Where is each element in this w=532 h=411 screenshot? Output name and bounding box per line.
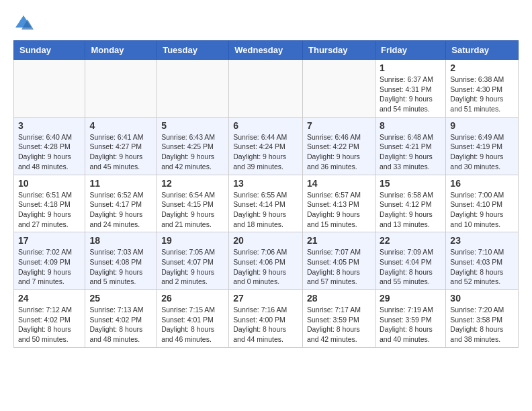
day-number: 15 bbox=[380, 178, 441, 189]
weekday-header-wednesday: Wednesday bbox=[229, 41, 303, 60]
calendar-cell: 17Sunrise: 7:02 AM Sunset: 4:09 PM Dayli… bbox=[14, 232, 85, 290]
day-number: 25 bbox=[89, 293, 152, 304]
day-info: Sunrise: 7:20 AM Sunset: 3:58 PM Dayligh… bbox=[450, 305, 514, 345]
day-number: 9 bbox=[450, 120, 514, 131]
day-number: 8 bbox=[380, 120, 441, 131]
day-info: Sunrise: 7:10 AM Sunset: 4:03 PM Dayligh… bbox=[450, 247, 514, 287]
day-number: 12 bbox=[161, 178, 224, 189]
calendar-cell: 7Sunrise: 6:46 AM Sunset: 4:22 PM Daylig… bbox=[303, 117, 375, 175]
calendar-cell: 4Sunrise: 6:41 AM Sunset: 4:27 PM Daylig… bbox=[85, 117, 157, 175]
calendar-cell: 21Sunrise: 7:07 AM Sunset: 4:05 PM Dayli… bbox=[303, 232, 375, 290]
calendar-cell: 6Sunrise: 6:44 AM Sunset: 4:24 PM Daylig… bbox=[229, 117, 303, 175]
day-number: 28 bbox=[307, 293, 371, 304]
calendar-cell: 16Sunrise: 7:00 AM Sunset: 4:10 PM Dayli… bbox=[446, 175, 519, 232]
calendar-cell: 1Sunrise: 6:37 AM Sunset: 4:31 PM Daylig… bbox=[375, 60, 445, 118]
weekday-header-row: SundayMondayTuesdayWednesdayThursdayFrid… bbox=[14, 41, 519, 60]
day-info: Sunrise: 6:41 AM Sunset: 4:27 PM Dayligh… bbox=[89, 132, 152, 172]
calendar-cell: 25Sunrise: 7:13 AM Sunset: 4:02 PM Dayli… bbox=[85, 290, 157, 348]
day-info: Sunrise: 6:37 AM Sunset: 4:31 PM Dayligh… bbox=[380, 75, 441, 114]
calendar-cell: 13Sunrise: 6:55 AM Sunset: 4:14 PM Dayli… bbox=[229, 175, 303, 232]
day-number: 20 bbox=[233, 235, 298, 246]
day-number: 1 bbox=[380, 62, 441, 73]
calendar-cell: 27Sunrise: 7:16 AM Sunset: 4:00 PM Dayli… bbox=[229, 290, 303, 348]
calendar-cell: 5Sunrise: 6:43 AM Sunset: 4:25 PM Daylig… bbox=[157, 117, 229, 175]
calendar-cell: 3Sunrise: 6:40 AM Sunset: 4:28 PM Daylig… bbox=[14, 117, 85, 175]
day-number: 11 bbox=[89, 178, 152, 189]
day-info: Sunrise: 6:51 AM Sunset: 4:18 PM Dayligh… bbox=[18, 190, 81, 230]
day-number: 21 bbox=[307, 235, 371, 246]
calendar-cell: 8Sunrise: 6:48 AM Sunset: 4:21 PM Daylig… bbox=[375, 117, 445, 175]
day-info: Sunrise: 7:05 AM Sunset: 4:07 PM Dayligh… bbox=[161, 247, 224, 287]
day-info: Sunrise: 6:49 AM Sunset: 4:19 PM Dayligh… bbox=[450, 132, 514, 172]
day-info: Sunrise: 6:52 AM Sunset: 4:17 PM Dayligh… bbox=[89, 190, 152, 230]
day-info: Sunrise: 6:44 AM Sunset: 4:24 PM Dayligh… bbox=[233, 132, 298, 172]
calendar-cell: 11Sunrise: 6:52 AM Sunset: 4:17 PM Dayli… bbox=[85, 175, 157, 232]
calendar-cell: 10Sunrise: 6:51 AM Sunset: 4:18 PM Dayli… bbox=[14, 175, 85, 232]
logo bbox=[13, 13, 36, 34]
day-info: Sunrise: 7:06 AM Sunset: 4:06 PM Dayligh… bbox=[233, 247, 298, 287]
day-number: 24 bbox=[18, 293, 81, 304]
day-info: Sunrise: 6:54 AM Sunset: 4:15 PM Dayligh… bbox=[161, 190, 224, 230]
day-info: Sunrise: 6:57 AM Sunset: 4:13 PM Dayligh… bbox=[307, 190, 371, 230]
day-number: 16 bbox=[450, 178, 514, 189]
logo-icon bbox=[13, 13, 34, 34]
day-info: Sunrise: 7:02 AM Sunset: 4:09 PM Dayligh… bbox=[18, 247, 81, 287]
calendar-cell: 12Sunrise: 6:54 AM Sunset: 4:15 PM Dayli… bbox=[157, 175, 229, 232]
calendar-cell: 2Sunrise: 6:38 AM Sunset: 4:30 PM Daylig… bbox=[446, 60, 519, 118]
day-info: Sunrise: 6:55 AM Sunset: 4:14 PM Dayligh… bbox=[233, 190, 298, 230]
day-info: Sunrise: 7:17 AM Sunset: 3:59 PM Dayligh… bbox=[307, 305, 371, 345]
calendar-cell: 22Sunrise: 7:09 AM Sunset: 4:04 PM Dayli… bbox=[375, 232, 445, 290]
day-info: Sunrise: 6:43 AM Sunset: 4:25 PM Dayligh… bbox=[161, 132, 224, 172]
calendar-table: SundayMondayTuesdayWednesdayThursdayFrid… bbox=[13, 40, 519, 348]
day-info: Sunrise: 7:19 AM Sunset: 3:59 PM Dayligh… bbox=[380, 305, 441, 345]
weekday-header-tuesday: Tuesday bbox=[157, 41, 229, 60]
day-number: 18 bbox=[89, 235, 152, 246]
day-number: 2 bbox=[450, 62, 514, 73]
day-info: Sunrise: 7:00 AM Sunset: 4:10 PM Dayligh… bbox=[450, 190, 514, 230]
weekday-header-saturday: Saturday bbox=[446, 41, 519, 60]
day-info: Sunrise: 7:07 AM Sunset: 4:05 PM Dayligh… bbox=[307, 247, 371, 287]
week-row-5: 24Sunrise: 7:12 AM Sunset: 4:02 PM Dayli… bbox=[14, 290, 519, 348]
day-number: 30 bbox=[450, 293, 514, 304]
weekday-header-thursday: Thursday bbox=[303, 41, 375, 60]
calendar-cell: 19Sunrise: 7:05 AM Sunset: 4:07 PM Dayli… bbox=[157, 232, 229, 290]
weekday-header-friday: Friday bbox=[375, 41, 445, 60]
day-number: 27 bbox=[233, 293, 298, 304]
day-number: 13 bbox=[233, 178, 298, 189]
day-number: 19 bbox=[161, 235, 224, 246]
day-info: Sunrise: 6:38 AM Sunset: 4:30 PM Dayligh… bbox=[450, 75, 514, 114]
day-info: Sunrise: 7:13 AM Sunset: 4:02 PM Dayligh… bbox=[89, 305, 152, 345]
weekday-header-monday: Monday bbox=[85, 41, 157, 60]
day-number: 3 bbox=[18, 120, 81, 131]
day-info: Sunrise: 7:12 AM Sunset: 4:02 PM Dayligh… bbox=[18, 305, 81, 345]
calendar-cell: 15Sunrise: 6:58 AM Sunset: 4:12 PM Dayli… bbox=[375, 175, 445, 232]
day-number: 10 bbox=[18, 178, 81, 189]
week-row-3: 10Sunrise: 6:51 AM Sunset: 4:18 PM Dayli… bbox=[14, 175, 519, 232]
calendar-cell bbox=[303, 60, 375, 118]
day-number: 23 bbox=[450, 235, 514, 246]
header bbox=[13, 13, 519, 34]
day-info: Sunrise: 6:46 AM Sunset: 4:22 PM Dayligh… bbox=[307, 132, 371, 172]
calendar-cell: 9Sunrise: 6:49 AM Sunset: 4:19 PM Daylig… bbox=[446, 117, 519, 175]
calendar-cell: 23Sunrise: 7:10 AM Sunset: 4:03 PM Dayli… bbox=[446, 232, 519, 290]
calendar-cell bbox=[85, 60, 157, 118]
calendar-cell: 14Sunrise: 6:57 AM Sunset: 4:13 PM Dayli… bbox=[303, 175, 375, 232]
week-row-2: 3Sunrise: 6:40 AM Sunset: 4:28 PM Daylig… bbox=[14, 117, 519, 175]
day-number: 7 bbox=[307, 120, 371, 131]
day-info: Sunrise: 6:48 AM Sunset: 4:21 PM Dayligh… bbox=[380, 132, 441, 172]
day-info: Sunrise: 7:16 AM Sunset: 4:00 PM Dayligh… bbox=[233, 305, 298, 345]
calendar-cell bbox=[229, 60, 303, 118]
page: SundayMondayTuesdayWednesdayThursdayFrid… bbox=[0, 0, 532, 361]
week-row-1: 1Sunrise: 6:37 AM Sunset: 4:31 PM Daylig… bbox=[14, 60, 519, 118]
calendar-cell: 29Sunrise: 7:19 AM Sunset: 3:59 PM Dayli… bbox=[375, 290, 445, 348]
day-number: 4 bbox=[89, 120, 152, 131]
day-number: 14 bbox=[307, 178, 371, 189]
day-info: Sunrise: 7:03 AM Sunset: 4:08 PM Dayligh… bbox=[89, 247, 152, 287]
calendar-cell: 18Sunrise: 7:03 AM Sunset: 4:08 PM Dayli… bbox=[85, 232, 157, 290]
day-info: Sunrise: 6:40 AM Sunset: 4:28 PM Dayligh… bbox=[18, 132, 81, 172]
day-info: Sunrise: 7:15 AM Sunset: 4:01 PM Dayligh… bbox=[161, 305, 224, 345]
day-number: 26 bbox=[161, 293, 224, 304]
calendar-cell: 30Sunrise: 7:20 AM Sunset: 3:58 PM Dayli… bbox=[446, 290, 519, 348]
calendar-cell: 24Sunrise: 7:12 AM Sunset: 4:02 PM Dayli… bbox=[14, 290, 85, 348]
calendar-cell: 20Sunrise: 7:06 AM Sunset: 4:06 PM Dayli… bbox=[229, 232, 303, 290]
